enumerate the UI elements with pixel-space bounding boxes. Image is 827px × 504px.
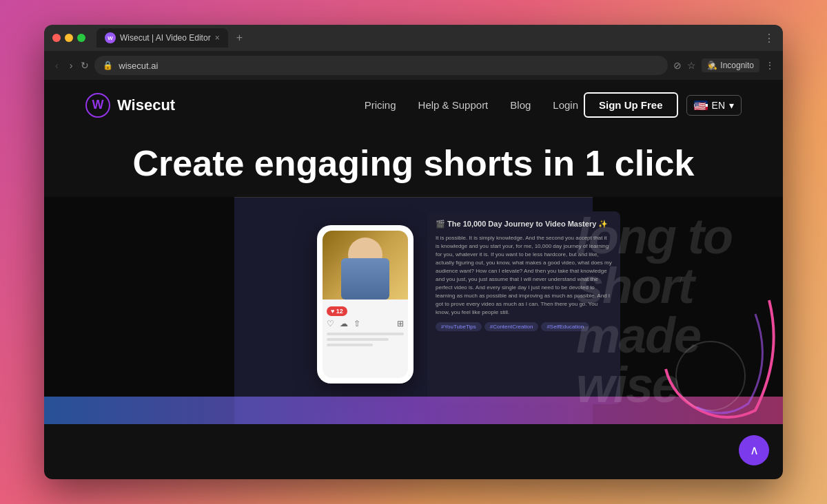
content-line bbox=[327, 333, 404, 335]
logo[interactable]: W Wisecut bbox=[85, 93, 175, 118]
bookmark-icon[interactable]: ☆ bbox=[687, 60, 696, 71]
back-button[interactable]: ‹ bbox=[52, 57, 61, 74]
content-line bbox=[327, 338, 389, 341]
forward-button[interactable]: › bbox=[67, 57, 76, 74]
likes-badge: ♥ 12 bbox=[327, 306, 347, 316]
language-selector[interactable]: 🇺🇸 EN ▾ bbox=[686, 95, 742, 116]
browser-toolbar: ‹ › ↻ 🔒 wisecut.ai ⊘ ☆ 🕵 Incognito ⋮ bbox=[44, 51, 783, 80]
svg-point-0 bbox=[676, 342, 745, 410]
refresh-button[interactable]: ↻ bbox=[81, 60, 89, 71]
nav-pricing[interactable]: Pricing bbox=[365, 99, 396, 111]
content-line bbox=[327, 344, 373, 346]
save-icon: ⊞ bbox=[397, 319, 404, 328]
nav-blog[interactable]: Blog bbox=[510, 99, 531, 111]
phone-video-thumb bbox=[323, 231, 408, 300]
browser-options-icon[interactable]: ⋮ bbox=[765, 60, 775, 71]
share-icon: ⇧ bbox=[354, 319, 360, 328]
logo-text: Wisecut bbox=[117, 96, 175, 114]
tag-youtube: #YouTubeTips bbox=[436, 322, 482, 331]
browser-menu-icon[interactable]: ⋮ bbox=[764, 32, 775, 45]
incognito-label: Incognito bbox=[720, 61, 754, 70]
video-area: ♥ 12 ♡ ☁ ⇧ ⊞ bbox=[44, 197, 783, 424]
nav-help[interactable]: Help & Support bbox=[418, 99, 489, 111]
editor-mockup: ♥ 12 ♡ ☁ ⇧ ⊞ bbox=[234, 197, 593, 424]
phone-content: ♥ 12 ♡ ☁ ⇧ ⊞ bbox=[323, 300, 408, 353]
phone-content-lines bbox=[327, 333, 404, 346]
comment-icon: ☁ bbox=[340, 319, 348, 328]
signup-button[interactable]: Sign Up Free bbox=[584, 92, 678, 118]
chevron-down-icon: ▾ bbox=[729, 100, 734, 111]
close-button[interactable] bbox=[52, 34, 61, 42]
tab-favicon: W bbox=[105, 32, 116, 43]
nav-login[interactable]: Login bbox=[553, 99, 578, 111]
hero-title: Create engaging shorts in 1 click bbox=[85, 144, 742, 183]
screenshot-icon[interactable]: ⊘ bbox=[673, 60, 682, 71]
address-bar[interactable]: 🔒 wisecut.ai bbox=[94, 56, 668, 75]
lang-label: EN bbox=[712, 100, 725, 111]
tab-close-icon[interactable]: × bbox=[215, 33, 220, 43]
lock-icon: 🔒 bbox=[103, 61, 113, 70]
browser-titlebar: W Wisecut | AI Video Editor × + ⋮ bbox=[44, 25, 783, 51]
tag-content: #ContentCreation bbox=[484, 322, 539, 331]
minimize-button[interactable] bbox=[65, 34, 73, 42]
nav-links: Pricing Help & Support Blog Login bbox=[365, 99, 578, 112]
heart-icon: ♡ bbox=[327, 319, 334, 328]
new-tab-button[interactable]: + bbox=[236, 32, 243, 44]
browser-window: W Wisecut | AI Video Editor × + ⋮ ‹ › ↻ … bbox=[44, 25, 783, 479]
active-tab[interactable]: W Wisecut | AI Video Editor × bbox=[96, 28, 228, 48]
incognito-badge: 🕵 Incognito bbox=[702, 59, 759, 72]
phone-screen: ♥ 12 ♡ ☁ ⇧ ⊞ bbox=[323, 231, 408, 378]
toolbar-right: ⊘ ☆ 🕵 Incognito ⋮ bbox=[673, 59, 775, 72]
phone-likes: ♥ 12 bbox=[327, 306, 404, 316]
hero-section: Create engaging shorts in 1 click bbox=[44, 130, 783, 183]
incognito-icon: 🕵 bbox=[707, 61, 717, 70]
maximize-button[interactable] bbox=[77, 34, 85, 42]
flag-icon: 🇺🇸 bbox=[694, 101, 708, 110]
overlay-line-1: long to bbox=[576, 211, 769, 261]
scroll-top-button[interactable]: ∧ bbox=[739, 435, 769, 465]
phone-actions: ♡ ☁ ⇧ ⊞ bbox=[327, 319, 404, 328]
phone-mockup: ♥ 12 ♡ ☁ ⇧ ⊞ bbox=[317, 225, 414, 384]
page-content: W Wisecut Pricing Help & Support Blog Lo… bbox=[44, 80, 783, 479]
tab-title: Wisecut | AI Video Editor bbox=[120, 33, 211, 43]
window-controls bbox=[52, 34, 85, 42]
url-text: wisecut.ai bbox=[119, 61, 158, 71]
site-nav: W Wisecut Pricing Help & Support Blog Lo… bbox=[44, 80, 783, 130]
logo-icon: W bbox=[85, 93, 110, 118]
deco-curve bbox=[645, 286, 783, 424]
